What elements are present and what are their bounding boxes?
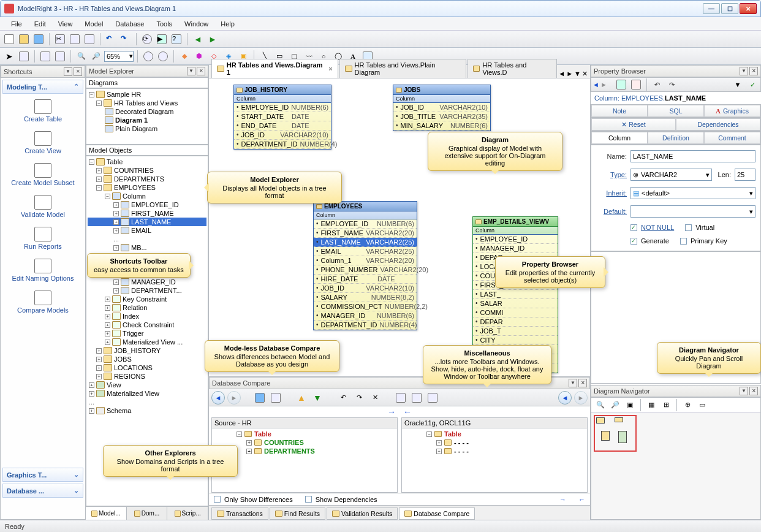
compare-row[interactable]: +- - - - bbox=[402, 438, 587, 447]
type-select[interactable]: ⊗VARCHAR2▾ bbox=[630, 169, 712, 181]
property-tab-graphics[interactable]: A Graphics bbox=[704, 105, 760, 117]
shortcut-create-view[interactable]: Create View bbox=[1, 127, 85, 159]
fit-all-button[interactable] bbox=[156, 50, 170, 63]
entity-column[interactable]: •DEPARTMENT_IDNUMBER(4) bbox=[314, 321, 417, 330]
prop-pin[interactable] bbox=[615, 78, 628, 91]
paste-button[interactable] bbox=[83, 32, 96, 46]
navigator-canvas[interactable] bbox=[591, 412, 760, 519]
diagram-canvas[interactable]: JOB_HISTORYColumn•EMPLOYEE_IDNUMBER(6)•S… bbox=[209, 78, 590, 376]
entity-column[interactable]: •SALARYNUMBER(8,2) bbox=[314, 293, 417, 302]
bottom-tab-validation-results[interactable]: Validation Results bbox=[327, 507, 398, 520]
tree-item[interactable]: −Table bbox=[88, 158, 206, 166]
shortcuts-group-graphics[interactable]: Graphics T...⌄ bbox=[2, 468, 83, 482]
entity-column[interactable]: •FIRST_NAMEVARCHAR2(20) bbox=[314, 229, 417, 238]
diagram-item[interactable]: Diagram 1 bbox=[88, 116, 206, 124]
name-input[interactable] bbox=[630, 150, 755, 162]
panel-pin-icon[interactable]: ▼ bbox=[64, 67, 72, 76]
prop-redo[interactable]: ↷ bbox=[665, 78, 679, 91]
nav-scroll[interactable]: ▭ bbox=[695, 398, 709, 412]
tree-item[interactable]: ... bbox=[88, 235, 206, 243]
entity-column[interactable]: •JOB_T bbox=[473, 327, 558, 336]
column-item[interactable]: +EMPLOYEE_ID bbox=[88, 200, 206, 209]
fit-button[interactable] bbox=[142, 50, 155, 63]
new-button[interactable] bbox=[2, 32, 16, 46]
arrow-left-icon[interactable]: ← bbox=[403, 407, 412, 417]
menu-window[interactable]: Window bbox=[178, 18, 214, 29]
column-item[interactable]: +MANAGER_ID bbox=[88, 278, 206, 286]
shortcut-run-reports[interactable]: Run Reports bbox=[1, 223, 85, 255]
entity-column[interactable]: •PHONE_NUMBERVARCHAR2(20) bbox=[314, 265, 417, 275]
compare-up[interactable]: ▲ bbox=[295, 391, 308, 405]
generate-checkbox[interactable]: Generate bbox=[630, 237, 669, 245]
minimize-button[interactable]: — bbox=[703, 3, 720, 14]
entity-column[interactable]: •COMMISSION_PCTNUMBER(2,2) bbox=[314, 302, 417, 311]
diagram-item[interactable]: Plain Diagram bbox=[88, 124, 206, 133]
entity-column[interactable]: •Column_1VARCHAR2(20) bbox=[314, 256, 417, 265]
entity-column[interactable]: •JOB_IDVARCHAR2(10) bbox=[314, 284, 417, 293]
entity-column[interactable]: •DEPARTMENT_IDNUMBER(4) bbox=[234, 140, 331, 149]
prop-undo[interactable]: ↶ bbox=[651, 78, 664, 91]
tree-item[interactable]: −EMPLOYEES bbox=[88, 183, 206, 192]
entity-column[interactable]: •JOB_IDVARCHAR2(10) bbox=[393, 103, 490, 112]
show-dep-checkbox[interactable]: Show Dependencies bbox=[305, 496, 377, 503]
compare-delete[interactable]: ✕ bbox=[368, 391, 382, 405]
only-diff-checkbox[interactable]: Only Show Differences bbox=[214, 496, 293, 503]
shortcuts-group-modeling[interactable]: Modeling T...⌃ bbox=[2, 80, 83, 94]
layout-button[interactable] bbox=[39, 50, 52, 63]
entity-column[interactable]: •COMMI bbox=[473, 308, 558, 317]
tree-item[interactable]: +COUNTRIES bbox=[88, 166, 206, 175]
tree-item[interactable]: +Index bbox=[88, 312, 206, 321]
nav-grid[interactable]: ▦ bbox=[645, 398, 658, 412]
zoom-in-button[interactable]: 🔍 bbox=[75, 50, 88, 63]
document-tab[interactable]: HR Tables and Views.Plain Diagram bbox=[339, 59, 466, 78]
nav-back-button[interactable]: ◄ bbox=[191, 32, 205, 46]
nav-fwd-button[interactable]: ► bbox=[206, 32, 219, 46]
entity-job_history[interactable]: JOB_HISTORYColumn•EMPLOYEE_IDNUMBER(6)•S… bbox=[233, 85, 331, 150]
compare-row[interactable]: −Table bbox=[212, 430, 397, 438]
shortcut-create-model-subset[interactable]: Create Model Subset bbox=[1, 159, 85, 191]
compare-undo[interactable]: ↶ bbox=[336, 391, 350, 405]
save-button[interactable] bbox=[32, 32, 45, 46]
entity-column[interactable]: •END_DATEDATE bbox=[234, 121, 331, 131]
tree-item[interactable]: +Materialized View ... bbox=[88, 338, 206, 346]
inherit-select[interactable]: ▤<default>▾ bbox=[630, 187, 755, 199]
tree-item[interactable]: ... bbox=[88, 398, 206, 406]
prop-back[interactable]: ◄ bbox=[593, 81, 599, 88]
property-tab-column[interactable]: Column bbox=[591, 132, 648, 144]
document-tab[interactable]: HR Tables and Views.Diagram 1 × bbox=[211, 59, 338, 78]
nav-fit[interactable]: ▣ bbox=[623, 398, 637, 412]
compare-save[interactable] bbox=[253, 391, 267, 405]
entity-column[interactable]: •EMAILVARCHAR2(25) bbox=[314, 247, 417, 256]
panel-close-icon[interactable]: ✕ bbox=[74, 67, 82, 76]
property-tab-sql[interactable]: SQL bbox=[648, 105, 704, 117]
nav-layout[interactable]: ⊞ bbox=[659, 398, 673, 412]
panel-close-icon[interactable]: ✕ bbox=[197, 67, 205, 75]
copy-button[interactable] bbox=[68, 32, 81, 46]
column-item[interactable]: +FIRST_NAME bbox=[88, 209, 206, 218]
menu-view[interactable]: View bbox=[52, 18, 79, 29]
tree-item[interactable]: +DEPARTMENTS bbox=[88, 175, 206, 183]
column-item[interactable]: +EMAIL bbox=[88, 226, 206, 235]
tree-item[interactable]: +LOCATIONS bbox=[88, 363, 206, 372]
column-item[interactable]: +MB... bbox=[88, 243, 206, 252]
cut-button[interactable]: ✂ bbox=[53, 32, 67, 46]
property-tab-definition[interactable]: Definition bbox=[648, 132, 704, 144]
entity-column[interactable]: •START_DATEDATE bbox=[234, 112, 331, 121]
compare-right-grid[interactable]: Oracle11g, ORCL11G −Table+- - - -+- - - … bbox=[401, 417, 588, 493]
arrow-right-icon[interactable]: → bbox=[559, 496, 566, 503]
layout2-button[interactable] bbox=[53, 50, 67, 63]
bottom-tab-find-results[interactable]: Find Results bbox=[270, 507, 325, 520]
panel-pin-icon[interactable]: ▼ bbox=[187, 67, 195, 75]
nav-zoom-in[interactable]: 🔍 bbox=[594, 398, 607, 412]
grab-tool[interactable] bbox=[17, 50, 31, 63]
undo-button[interactable]: ↶ bbox=[104, 32, 118, 46]
arrow-left-icon[interactable]: ← bbox=[578, 496, 585, 503]
entity-column[interactable]: •SALAR bbox=[473, 299, 558, 308]
entity-column[interactable]: •JOB_IDVARCHAR2(10) bbox=[234, 131, 331, 140]
tree-item[interactable]: +REGIONS bbox=[88, 372, 206, 381]
property-tab-reset[interactable]: ✕ Reset bbox=[591, 118, 676, 131]
column-item[interactable]: +LAST_NAME bbox=[88, 218, 206, 226]
entity-employees[interactable]: EMPLOYEESColumn•EMPLOYEE_IDNUMBER(6)•FIR… bbox=[313, 201, 417, 330]
compare-left-grid[interactable]: Source - HR −Table+COUNTRIES+DEPARTMENTS bbox=[211, 417, 398, 493]
explorer-tab[interactable]: Scrip... bbox=[167, 507, 208, 520]
